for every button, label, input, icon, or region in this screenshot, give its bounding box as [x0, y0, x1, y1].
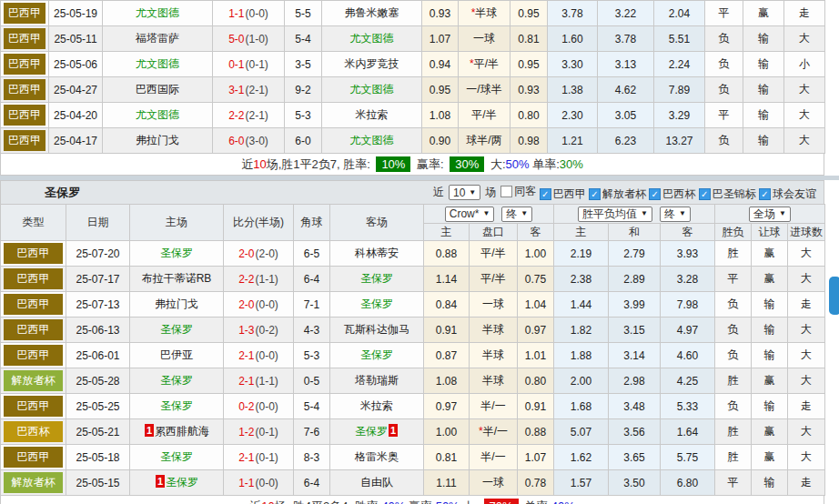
- league-cell: 巴西甲: [1, 26, 49, 52]
- result-cell: 大: [788, 419, 825, 445]
- result-cell: 输: [752, 343, 788, 368]
- col-header-ah-home: 主: [424, 224, 470, 241]
- away-team: 尤文图德: [322, 128, 422, 154]
- league-cell: 解放者杯: [1, 470, 66, 496]
- league-cell: 巴西甲: [1, 52, 49, 77]
- europe-odds-cell: 2.00: [554, 368, 609, 394]
- team-name: 累西腓航海: [155, 425, 209, 438]
- checkbox-icon[interactable]: ✓: [649, 188, 661, 200]
- team-name: 尤文图德: [350, 134, 394, 146]
- filter-同客[interactable]: 同客: [500, 184, 536, 199]
- filter-bar: 近 10 ▼ 场 同客 ✓巴西甲 ✓解放者杯 ✓巴西杯 ✓巴圣锦标 ✓球会友谊: [433, 184, 816, 202]
- match-date: 25-05-28: [66, 368, 130, 394]
- league-badge: 巴西甲: [4, 105, 45, 126]
- team-name: 弗拉门戈: [136, 134, 179, 146]
- checkbox-icon[interactable]: [500, 186, 512, 197]
- wdl-average-select[interactable]: 胜平负均值 ▼: [578, 207, 652, 222]
- handicap-odds-cell: 0.95: [422, 77, 459, 103]
- filter-label: 巴西甲: [553, 186, 586, 202]
- scrollbar-thumb[interactable]: [829, 277, 839, 315]
- league-cell: 巴西杯: [1, 419, 66, 445]
- away-team: 尤文图德: [322, 77, 422, 103]
- team-name: 福塔雷萨: [136, 32, 179, 45]
- handicap-odds-cell: 0.87: [424, 343, 470, 368]
- europe-odds-cell: 2.19: [554, 241, 609, 267]
- result-cell: 大: [784, 26, 825, 52]
- handicap-odds-cell: 半球: [470, 368, 518, 394]
- checkbox-icon[interactable]: ✓: [540, 188, 551, 200]
- col-header-eu-draw: 和: [609, 224, 661, 241]
- odds-final-select-2[interactable]: 终 ▼: [660, 207, 691, 222]
- result-cell: 输: [743, 128, 784, 154]
- europe-odds-cell: 6.80: [661, 470, 715, 496]
- match-score: 0-2(0-0): [224, 394, 294, 419]
- col-header-score: 比分(半场): [224, 205, 294, 241]
- home-team: 圣保罗: [130, 241, 224, 267]
- team-name: 塔勒瑞斯: [355, 374, 399, 387]
- handicap-odds-cell: *平/半: [459, 52, 510, 77]
- filter-巴西杯[interactable]: ✓巴西杯: [649, 186, 695, 202]
- team-name: 圣保罗: [160, 247, 193, 259]
- handicap-star: *: [470, 57, 474, 70]
- handicap-odds-cell: 0.98: [510, 128, 548, 154]
- result-cell: 大: [788, 445, 825, 470]
- summary-segment: 50%: [436, 499, 460, 504]
- filter-解放者杯[interactable]: ✓解放者杯: [589, 186, 646, 202]
- league-cell: 巴西甲: [1, 267, 66, 292]
- europe-odds-cell: 2.38: [554, 267, 609, 292]
- filter-巴圣锦标[interactable]: ✓巴圣锦标: [699, 186, 756, 202]
- table-row: 解放者杯25-05-151圣保罗1-1(0-0)6-4自由队1.11一球0.78…: [1, 470, 825, 496]
- filter-球会友谊[interactable]: ✓球会友谊: [759, 186, 816, 202]
- europe-odds-cell: 5.33: [661, 394, 715, 419]
- table-row: 巴西杯25-05-211累西腓航海1-2(0-1)7-6圣保罗11.00*半/一…: [1, 419, 825, 445]
- red-card-icon: 1: [145, 424, 154, 437]
- away-team: 瓦斯科达伽马: [330, 318, 424, 343]
- filter-巴西甲[interactable]: ✓巴西甲: [540, 186, 586, 202]
- handicap-odds-cell: 0.93: [422, 1, 459, 26]
- recent-count-select[interactable]: 10 ▼: [449, 185, 480, 200]
- europe-odds-cell: 4.60: [661, 343, 715, 368]
- match-date: 25-05-25: [66, 394, 130, 419]
- checkbox-icon[interactable]: ✓: [589, 188, 601, 200]
- europe-odds-cell: 3.93: [661, 241, 715, 267]
- result-cell: 大: [784, 128, 825, 154]
- home-team: 巴伊亚: [130, 343, 224, 368]
- league-cell: 巴西甲: [1, 343, 66, 368]
- odds-source-select[interactable]: Crow* ▼: [445, 207, 495, 222]
- away-team: 米内罗竞技: [322, 52, 422, 77]
- handicap-odds-cell: 0.88: [424, 241, 470, 267]
- europe-odds-cell: 1.88: [554, 343, 609, 368]
- league-badge: 巴西甲: [4, 319, 63, 340]
- europe-odds-cell: 1.68: [554, 394, 609, 419]
- corner-score: 7-1: [294, 292, 330, 318]
- match-score: 1-1(0-0): [213, 1, 285, 26]
- handicap-odds-cell: 平/半: [470, 267, 518, 292]
- checkbox-icon[interactable]: ✓: [699, 188, 711, 200]
- result-cell: 输: [752, 292, 788, 318]
- home-team: 圣保罗: [130, 318, 224, 343]
- scope-select[interactable]: 全场 ▼: [749, 207, 791, 222]
- match-date: 25-05-11: [49, 26, 103, 52]
- handicap-star: *: [479, 425, 483, 438]
- europe-odds-cell: 2.79: [609, 241, 661, 267]
- handicap-odds-cell: 一球: [470, 470, 518, 496]
- chevron-down-icon: ▼: [679, 210, 686, 217]
- home-team: 尤文图德: [103, 52, 213, 77]
- europe-odds-cell: 1.60: [548, 26, 598, 52]
- europe-odds-cell: 3.99: [609, 292, 661, 318]
- handicap-odds-cell: 一球: [459, 26, 510, 52]
- league-badge: 巴西甲: [4, 79, 45, 100]
- checkbox-icon[interactable]: ✓: [759, 188, 771, 200]
- result-cell: 胜: [715, 419, 752, 445]
- europe-odds-cell: 3.28: [661, 267, 715, 292]
- league-badge: 巴西甲: [4, 447, 63, 468]
- result-cell: 负: [705, 26, 743, 52]
- col-header-eu-home: 主: [554, 224, 609, 241]
- handicap-odds-cell: 0.84: [424, 292, 470, 318]
- col-header-home: 主场: [130, 205, 224, 241]
- odds-final-select-1[interactable]: 终 ▼: [501, 207, 532, 222]
- summary-segment: 大:: [460, 499, 481, 504]
- handicap-odds-cell: 0.78: [518, 470, 554, 496]
- result-cell: 输: [743, 26, 784, 52]
- europe-odds-cell: 3.30: [548, 52, 598, 77]
